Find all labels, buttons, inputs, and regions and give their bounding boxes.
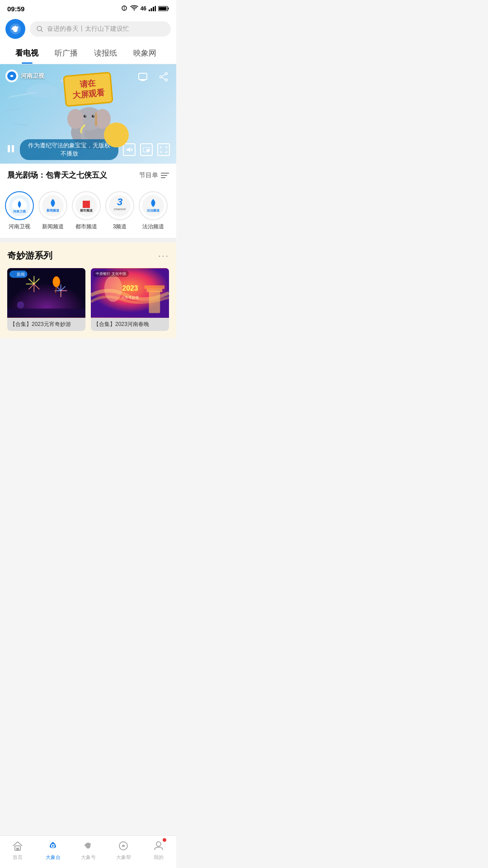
tab-listen-radio[interactable]: 听广播 [47, 42, 86, 64]
svg-text:2023: 2023 [122, 284, 138, 292]
channel-circle-3channel: 3 channel [105, 191, 134, 220]
channel-label-fazhi: 法治频道 [142, 223, 164, 231]
channel-circle-fazhi: 法治频道 [139, 191, 168, 220]
svg-line-24 [162, 74, 165, 76]
schedule-icon [161, 172, 169, 179]
channel-circle-dushi: 都市频道 [72, 191, 101, 220]
video-ctrl-icons [123, 143, 170, 156]
svg-rect-53 [83, 201, 90, 208]
channel-circle-henan: 河南卫视 [5, 191, 34, 220]
video-player[interactable]: 河南卫视 请在 大屏观看 [0, 64, 176, 164]
svg-text:3: 3 [117, 196, 122, 208]
svg-rect-7 [168, 8, 169, 10]
svg-point-85 [104, 275, 122, 302]
svg-point-23 [165, 79, 168, 81]
svg-point-32 [85, 115, 86, 116]
schedule-button[interactable]: 节目单 [139, 171, 169, 179]
svg-rect-82 [149, 291, 160, 313]
svg-rect-38 [8, 145, 10, 152]
section-title: 奇妙游系列 [7, 250, 52, 262]
svg-text:🐾新闻: 🐾新闻 [12, 272, 25, 277]
fullscreen-icon[interactable] [157, 143, 170, 156]
svg-rect-84 [145, 285, 164, 289]
svg-text:都市频道: 都市频道 [80, 208, 93, 212]
tab-yingxiang[interactable]: 映象网 [125, 42, 164, 64]
svg-line-25 [162, 77, 165, 80]
video-controls: 作为遵纪守法的象宝宝，无版权不播放 [0, 136, 176, 164]
svg-rect-5 [155, 6, 156, 11]
status-icons: 46 [121, 5, 169, 13]
svg-point-33 [93, 115, 94, 116]
svg-rect-43 [146, 149, 149, 151]
svg-rect-3 [151, 8, 152, 11]
svg-rect-37 [95, 113, 97, 126]
schedule-label: 节目单 [139, 171, 158, 179]
svg-text:channel: channel [114, 208, 126, 211]
channel-label-3channel: 3频道 [113, 223, 127, 231]
app-logo[interactable] [5, 19, 25, 39]
channel-label-news: 新闻频道 [42, 223, 64, 231]
search-placeholder: 奋进的春天丨太行山下建设忙 [47, 25, 129, 33]
svg-point-14 [12, 28, 14, 30]
svg-point-28 [67, 109, 84, 129]
bars-icon [149, 6, 156, 11]
program-row: 晨光剧场：包青天之七侠五义 节目单 [0, 164, 176, 187]
status-bar: 09:59 46 [0, 0, 176, 15]
svg-rect-4 [153, 7, 154, 11]
channel-item-dushi[interactable]: 都市频道 都市频道 [70, 191, 102, 231]
search-icon [36, 25, 43, 33]
signal-icon [121, 5, 128, 12]
pip-icon[interactable] [140, 143, 153, 156]
video-illustration: 请在 大屏观看 [0, 82, 176, 141]
tab-watch-tv[interactable]: 看电视 [7, 42, 47, 64]
card-2-text: 【合集】2023河南春晚 [91, 318, 169, 331]
header: 奋进的春天丨太行山下建设忙 [0, 15, 176, 42]
svg-line-16 [41, 30, 42, 32]
battery-icon [158, 6, 169, 11]
svg-text:新闻频道: 新闻频道 [47, 208, 60, 212]
svg-rect-2 [149, 9, 150, 11]
card-thumb-festival: 中原银行 文化中国 2023 元宵奇妙夜 [91, 268, 169, 318]
card-1-text: 【合集】2023元宵奇妙游 [7, 318, 85, 331]
content-card-1[interactable]: 🐾新闻 【合集】2023元宵奇妙游 [7, 268, 85, 331]
program-title: 晨光剧场：包青天之七侠五义 [7, 170, 107, 180]
content-section: 奇妙游系列 ··· [0, 238, 176, 338]
svg-text:河南卫视: 河南卫视 [13, 209, 26, 213]
svg-point-75 [53, 276, 60, 287]
section-header: 奇妙游系列 ··· [7, 250, 169, 262]
channel-item-3channel[interactable]: 3 channel 3频道 [104, 191, 136, 231]
channel-logo-small [5, 70, 18, 82]
wifi-icon [130, 5, 138, 13]
channel-name-badge: 河南卫视 [21, 72, 44, 80]
tab-read-newspaper[interactable]: 读报纸 [86, 42, 125, 64]
channel-badge: 河南卫视 [5, 70, 44, 82]
svg-rect-77 [7, 309, 85, 318]
card-thumb-fireworks: 🐾新闻 [7, 268, 85, 318]
content-grid: 🐾新闻 【合集】2023元宵奇妙游 [7, 268, 169, 331]
channel-item-fazhi[interactable]: 法治频道 法治频道 [137, 191, 169, 231]
svg-point-22 [160, 76, 162, 78]
svg-rect-18 [139, 73, 147, 80]
svg-point-30 [84, 115, 86, 118]
sign-board: 请在 大屏观看 [63, 71, 113, 107]
channel-circle-news: 新闻频道 [38, 191, 67, 220]
svg-point-21 [165, 73, 168, 75]
section-card: 奇妙游系列 ··· [0, 242, 176, 338]
channel-item-news[interactable]: 新闻频道 新闻频道 [37, 191, 69, 231]
mute-icon[interactable] [123, 143, 136, 156]
video-subtitle: 作为遵纪守法的象宝宝，无版权不播放 [20, 139, 118, 160]
status-time: 09:59 [7, 5, 24, 13]
search-bar[interactable]: 奋进的春天丨太行山下建设忙 [30, 21, 171, 37]
signal-strength-icon: 46 [141, 5, 146, 12]
more-button[interactable]: ··· [158, 250, 169, 262]
channel-label-henan: 河南卫视 [9, 223, 30, 231]
svg-point-31 [92, 115, 94, 118]
channel-list: 河南卫视 河南卫视 新闻频道 新闻频道 都市频道 都市频道 [0, 187, 176, 238]
svg-text:元宵奇妙夜: 元宵奇妙夜 [121, 296, 139, 300]
pause-button[interactable] [6, 144, 15, 156]
svg-point-13 [16, 27, 19, 29]
channel-item-henan[interactable]: 河南卫视 河南卫视 [4, 191, 35, 231]
content-card-2[interactable]: 中原银行 文化中国 2023 元宵奇妙夜 【合集】2023河南春晚 [91, 268, 169, 331]
svg-rect-39 [12, 145, 14, 152]
svg-rect-8 [159, 7, 167, 10]
